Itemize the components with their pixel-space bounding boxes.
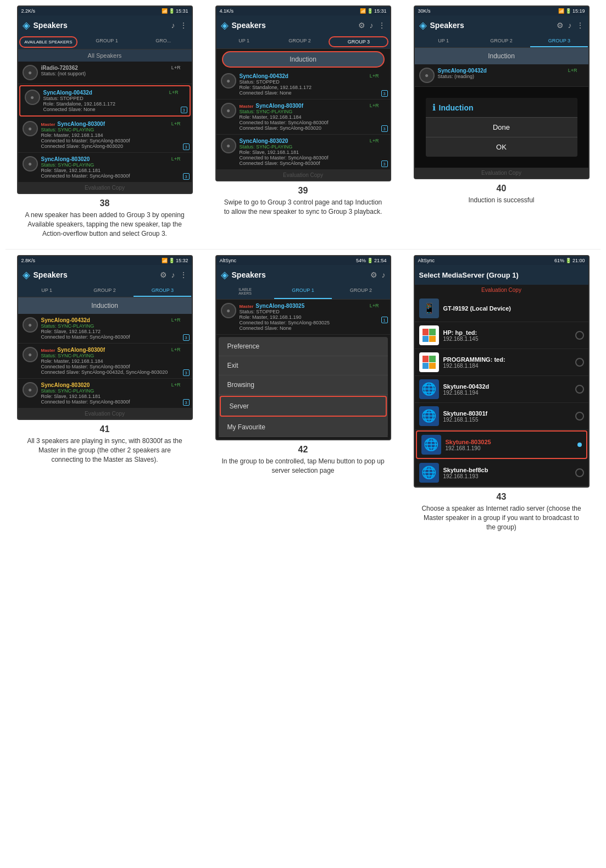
- speaker-item-00432d-41: SyncAlong-00432d Status: SYNC-PLAYING Ro…: [18, 314, 192, 344]
- status-icons-39: 📶 🔋 15:31: [360, 8, 387, 14]
- eval-copy-40: Evaluation Copy: [415, 168, 588, 178]
- speaker-status-00432d-39: Status: STOPPED: [240, 79, 386, 85]
- speaker-conn-803025-42: Connected to Master: SyncAlong-803025: [240, 320, 386, 325]
- media-item-gt-43[interactable]: 📱 GT-I9192 (Local Device): [415, 295, 588, 322]
- induction-btn-39[interactable]: Induction: [222, 51, 385, 68]
- menu-server-42[interactable]: Server: [220, 396, 387, 417]
- speaker-text-00432d-38: SyncAlong-00432d Status: STOPPED Role: S…: [43, 90, 185, 112]
- caption-text-43: Choose a speaker as Internet radio serve…: [419, 504, 584, 532]
- status-bar-41: 2.8K/s 📶 🔋 15:32: [18, 256, 192, 265]
- speaker-slave-80300f-39: Connected Slave: SyncAlong-803020: [240, 125, 386, 131]
- phone-screen-40: 30K/s 📶 🔋 15:19 ◈ Speakers ⚙ ♪ ⋮ UP 1: [414, 5, 590, 179]
- tab-group1-38[interactable]: GROUP 1: [79, 35, 135, 49]
- wifi-icon-39: 📶: [360, 8, 366, 14]
- tab-avail-42[interactable]: ILABLEAKERS: [216, 285, 274, 299]
- menu-exit-42[interactable]: Exit: [219, 356, 388, 375]
- phone-screen-38: 2.2K/s 📶 🔋 15:31 ◈ Speakers ♪ ⋮ AVAI: [17, 5, 193, 194]
- media-item-sky00432d-43[interactable]: 🌐 Skytune-00432d 192.168.1.194: [415, 376, 588, 403]
- dialog-box-40: ℹ Induction Done OK: [426, 98, 577, 157]
- media-item-prog-43[interactable]: PROGRAMMING: ted: 192.168.1.184: [415, 349, 588, 376]
- lr-badge-803025-42: L+R: [370, 303, 379, 308]
- music-icon-39: ♪: [370, 21, 374, 30]
- speaker-item-803025-42: MasterSyncAlong-803025 Status: STOPPED R…: [216, 300, 390, 335]
- radio-skybef8cb-43: [575, 468, 584, 477]
- induction-btn-40[interactable]: Induction: [415, 48, 588, 64]
- speaker-name-00432d-40: SyncAlong-00432d: [438, 68, 584, 74]
- globe-icon-sky00432d-43: 🌐: [421, 382, 436, 396]
- speaker-icon-00432d-38: [25, 90, 40, 105]
- speaker-conn-803020-38: Connected to Master: SyncAlong-80300f: [41, 173, 187, 179]
- media-text-gt-43: GT-I9192 (Local Device): [443, 305, 584, 312]
- speaker-role-80300f-38: Role: Master, 192.168.1.184: [41, 132, 187, 138]
- badge-00432d-41: 3: [183, 334, 190, 341]
- media-text-sky80301f-43: Skytune-80301f 192.168.1.155: [443, 410, 584, 423]
- caption-number-40: 40: [497, 184, 507, 193]
- speaker-name-80300f-41: MasterSyncAlong-80300f: [41, 347, 187, 353]
- lr-badge-80300f-38: L+R: [171, 121, 181, 126]
- caption-text-42: In the group to be controlled, tap Menu …: [221, 457, 386, 476]
- caption-number-39: 39: [298, 186, 308, 196]
- tab-up1-39[interactable]: UP 1: [216, 35, 272, 48]
- tab-group1-42[interactable]: GROUP 1: [274, 285, 332, 299]
- media-item-skybef8cb-43[interactable]: 🌐 Skytune-bef8cb 192.168.1.193: [415, 460, 588, 486]
- media-ip-sky80301f-43: 192.168.1.155: [443, 417, 584, 423]
- dialog-ok-btn-40[interactable]: OK: [426, 137, 577, 157]
- speaker-role-00432d-39: Role: Standalone, 192.168.1.172: [240, 85, 386, 90]
- tab-group3-40[interactable]: GROUP 3: [530, 35, 588, 47]
- tab-up1-40[interactable]: UP 1: [415, 35, 472, 47]
- lr-badge-803020-38: L+R: [171, 156, 181, 162]
- time-43: 21:00: [572, 258, 585, 263]
- settings-icon-41: ⚙: [160, 270, 167, 279]
- menu-favourite-42[interactable]: My Favourite: [219, 418, 388, 437]
- media-item-hp-43[interactable]: HP: hp_ted: 192.168.1.145: [415, 322, 588, 349]
- dialog-done-btn-40[interactable]: Done: [426, 117, 577, 137]
- speaker-conn-803020-41: Connected to Master: SyncAlong-80300f: [41, 399, 187, 405]
- tab-group3-39[interactable]: GROUP 3: [329, 36, 388, 47]
- speaker-icon-header-38: ◈: [23, 19, 30, 31]
- badge-80300f-39: 3: [381, 125, 388, 132]
- menu-preference-42[interactable]: Preference: [219, 337, 388, 356]
- tab-group2-41[interactable]: GROUP 2: [76, 285, 134, 297]
- tab-group3-41[interactable]: GROUP 3: [134, 285, 191, 297]
- caption-text-39: Swipe to go to Group 3 control page and …: [221, 198, 386, 217]
- status-icons-42: 54% 🔋 21:54: [356, 258, 387, 263]
- speaker-text-00432d-41: SyncAlong-00432d Status: SYNC-PLAYING Ro…: [41, 317, 187, 340]
- media-text-sky00432d-43: Skytune-00432d 192.168.1.194: [443, 383, 584, 396]
- speaker-name-iradio: iRadio-720362: [41, 65, 187, 71]
- tab-bar-42: ILABLEAKERS GROUP 1 GROUP 2: [216, 285, 390, 300]
- media-item-sky80301f-43[interactable]: 🌐 Skytune-80301f 192.168.1.155: [415, 403, 588, 430]
- time-40: 15:19: [572, 8, 585, 14]
- tab-group2-42[interactable]: GROUP 2: [332, 285, 390, 299]
- status-speed-38: 2.2K/s: [21, 8, 36, 14]
- globe-icon-sky80301f-43: 🌐: [421, 409, 436, 423]
- speaker-role-00432d-38: Role: Standalone, 192.168.1.172: [43, 101, 185, 107]
- tab-available-speakers-38[interactable]: AVAILABLE SPEAKERS: [19, 36, 78, 48]
- speaker-name-00432d-38: SyncAlong-00432d: [43, 90, 185, 96]
- speaker-status-iradio: Status: (not support): [41, 71, 187, 76]
- speaker-slave-00432d-38: Connected Slave: None: [43, 107, 185, 112]
- windows-icon-hp-43: [422, 329, 436, 342]
- tab-group-38[interactable]: GRO...: [135, 35, 192, 49]
- media-text-skybef8cb-43: Skytune-bef8cb 192.168.1.193: [443, 467, 584, 479]
- speaker-text-00432d-40: SyncAlong-00432d Status: (reading): [438, 68, 584, 79]
- eval-copy-red-43: Evaluation Copy: [415, 285, 588, 295]
- speaker-item-803020-39: SyncAlong-803020 Status: SYNC-PLAYING Ro…: [216, 135, 390, 170]
- caption-number-38: 38: [100, 198, 110, 208]
- status-icons-41: 📶 🔋 15:32: [162, 258, 188, 263]
- speaker-name-803020-39: SyncAlong-803020: [240, 138, 386, 144]
- speaker-role-803020-39: Role: Slave, 192.168.1.181: [240, 150, 386, 155]
- dialog-overlay-40: ℹ Induction Done OK: [415, 87, 588, 168]
- induction-btn-41[interactable]: Induction: [18, 297, 192, 314]
- lr-badge-00432d-41: L+R: [171, 317, 181, 323]
- media-item-sky803025-43[interactable]: 🌐 Skytune-803025 192.168.1.190: [416, 430, 587, 459]
- battery-icon-43: 🔋: [565, 258, 571, 263]
- app-title-40: Speakers: [430, 21, 552, 30]
- tab-up1-41[interactable]: UP 1: [18, 285, 76, 297]
- tab-bar-41: UP 1 GROUP 2 GROUP 3: [18, 285, 192, 297]
- tab-group2-40[interactable]: GROUP 2: [472, 35, 530, 47]
- tab-group2-39[interactable]: GROUP 2: [272, 35, 327, 48]
- tab-bar-40: UP 1 GROUP 2 GROUP 3: [415, 35, 588, 48]
- speaker-text-80300f-41: MasterSyncAlong-80300f Status: SYNC-PLAY…: [41, 347, 187, 375]
- badge-00432d-38: 3: [181, 107, 187, 113]
- menu-browsing-42[interactable]: Browsing: [219, 375, 388, 395]
